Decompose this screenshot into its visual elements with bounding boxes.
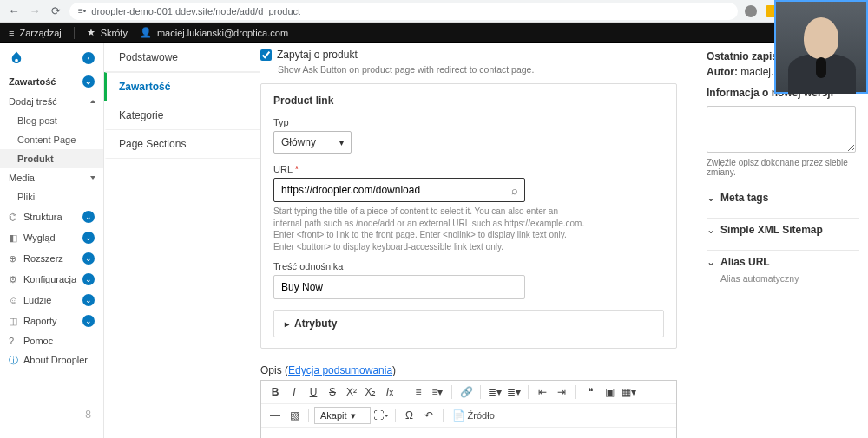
sidebar-item-extend[interactable]: ⊕Rozszerz⌄ <box>0 248 103 269</box>
sidebar-item-files[interactable]: Pliki <box>0 187 103 206</box>
format-value: Akapit <box>320 410 347 421</box>
editor-toolbar-row-1: B I U S X² X₂ Ix ≡ ≡▾ 🔗 ≣▾ ≣ <box>261 381 676 404</box>
underline-button[interactable]: U <box>305 383 322 401</box>
superscript-button[interactable]: X² <box>343 383 360 401</box>
image-button[interactable]: ▣ <box>601 383 618 401</box>
config-label: Konfiguracja <box>23 274 77 284</box>
toolbar-sep <box>443 409 444 422</box>
revision-textarea[interactable] <box>707 106 856 153</box>
vtab-content[interactable]: Zawartość <box>104 72 260 101</box>
special-char-button[interactable]: Ω <box>401 407 418 424</box>
forward-button[interactable]: → <box>28 4 42 18</box>
sidebar-item-content-page[interactable]: Content Page <box>0 130 103 149</box>
chevron-right-icon: ▸ <box>285 319 289 329</box>
italic-button[interactable]: I <box>286 383 303 401</box>
sidebar-item-product[interactable]: Produkt <box>0 149 103 168</box>
link-button[interactable]: 🔗 <box>457 383 475 401</box>
sidebar-item-help[interactable]: ?Pomoc <box>0 331 103 350</box>
config-icon: ⚙ <box>9 275 18 284</box>
alias-accordion[interactable]: ⌄ Alias URL <box>707 250 859 273</box>
admin-toolbar: ≡ Zarządzaj ★ Skróty 👤 maciej.lukianski@… <box>0 23 868 43</box>
outdent-button[interactable]: ⇤ <box>534 383 551 401</box>
back-button[interactable]: ← <box>7 4 21 18</box>
chevron-down-icon: ⌄ <box>707 256 715 268</box>
sidebar-item-media[interactable]: Media <box>0 168 103 187</box>
number-list-button[interactable]: ≣▾ <box>505 383 523 401</box>
collapse-icon[interactable]: ‹ <box>82 52 95 64</box>
type-select[interactable]: Główny ▾ <box>273 131 352 154</box>
indent-button[interactable]: ⇥ <box>553 383 570 401</box>
about-label: About Droopler <box>23 355 88 365</box>
blockquote-button[interactable]: ❝ <box>582 383 599 401</box>
chevron-icon: ⌄ <box>82 232 95 244</box>
vertical-tabs: Podstawowe Zawartość Kategorie Page Sect… <box>104 43 260 438</box>
shortcuts-toggle[interactable]: ★ Skróty <box>87 27 128 38</box>
sidebar-item-reports[interactable]: ◫Raporty⌄ <box>0 311 103 331</box>
toolbar-sep <box>395 409 396 422</box>
user-icon: 👤 <box>140 27 152 38</box>
edit-summary-link[interactable]: Edycja podsumowania <box>288 364 392 376</box>
caret-right-icon <box>90 176 95 180</box>
type-value: Główny <box>281 136 316 148</box>
sidebar-item-config[interactable]: ⚙Konfiguracja⌄ <box>0 269 103 290</box>
toolbar-sep <box>308 409 309 422</box>
reports-label: Raporty <box>23 316 77 326</box>
chevron-down-icon: ▾ <box>351 410 356 422</box>
sidebar-item-about[interactable]: ⓘAbout Droopler <box>0 350 103 369</box>
media-button[interactable]: ▧ <box>286 407 303 424</box>
sidebar-item-add-content[interactable]: Dodaj treść <box>0 92 103 111</box>
toolbar-sep <box>74 27 75 39</box>
revision-hint: Zwięźle opisz dokonane przez siebie zmia… <box>707 158 859 177</box>
sidebar-item-content[interactable]: Zawartość ⌄ <box>0 71 103 92</box>
strike-button[interactable]: S <box>324 383 341 401</box>
help-icon: ? <box>9 337 18 346</box>
site-info-icon[interactable]: ≡• <box>78 6 86 16</box>
manage-toggle[interactable]: ≡ Zarządzaj <box>9 28 62 38</box>
url-bar[interactable]: ≡• droopler-demo-001.ddev.site/node/add/… <box>69 3 738 20</box>
align-left-button[interactable]: ≡ <box>410 383 427 401</box>
source-label: Źródło <box>468 410 495 421</box>
bold-button[interactable]: B <box>266 383 284 401</box>
format-select[interactable]: Akapit ▾ <box>314 407 371 424</box>
url-hint: Start typing the title of a piece of con… <box>273 206 586 252</box>
info-icon: ⓘ <box>9 356 18 365</box>
link-text-input[interactable] <box>273 275 525 299</box>
clear-format-button[interactable]: Ix <box>381 383 398 401</box>
sitemap-accordion[interactable]: ⌄ Simple XML Sitemap <box>707 218 859 241</box>
reload-button[interactable]: ⟳ <box>49 4 62 18</box>
ask-about-product-checkbox[interactable] <box>260 49 272 61</box>
table-button[interactable]: ▦▾ <box>620 383 637 401</box>
chevron-icon: ⌄ <box>82 252 95 265</box>
align-dropdown[interactable]: ≡▾ <box>429 383 446 401</box>
ask-about-product-hint: Show Ask Button on product page with red… <box>278 64 677 75</box>
chevron-icon: ⌄ <box>82 315 95 327</box>
drupal-icon[interactable] <box>9 50 24 66</box>
admin-sidebar: ‹ Zawartość ⌄ Dodaj treść Blog post Cont… <box>0 43 104 438</box>
sidebar-item-people[interactable]: ☺Ludzie⌄ <box>0 290 103 311</box>
vtab-sections[interactable]: Page Sections <box>104 130 260 159</box>
ask-about-product-label: Zapytaj o produkt <box>277 49 358 61</box>
people-label: Ludzie <box>23 295 77 305</box>
fullscreen-button[interactable]: ⛶▾ <box>372 407 390 424</box>
user-menu[interactable]: 👤 maciej.lukianski@droptica.com <box>140 27 288 38</box>
link-text-label: Treść odnośnika <box>273 261 664 271</box>
vtab-basic[interactable]: Podstawowe <box>104 43 260 72</box>
sidebar-item-blog-post[interactable]: Blog post <box>0 111 103 130</box>
url-input[interactable] <box>273 178 525 202</box>
undo-button[interactable]: ↶ <box>420 407 437 424</box>
attributes-accordion[interactable]: ▸ Atrybuty <box>273 310 664 337</box>
sidebar-item-structure[interactable]: ⌬Struktura⌄ <box>0 206 103 227</box>
editor-body[interactable] <box>261 428 676 438</box>
bullet-list-button[interactable]: ≣▾ <box>486 383 503 401</box>
source-button[interactable]: 📄Źródło <box>449 407 498 424</box>
sidebar-add-label: Dodaj treść <box>9 96 57 107</box>
subscript-button[interactable]: X₂ <box>362 383 379 401</box>
sidebar-item-appearance[interactable]: ◧Wygląd⌄ <box>0 227 103 248</box>
hr-button[interactable]: — <box>266 407 284 424</box>
meta-tags-accordion[interactable]: ⌄ Meta tags <box>707 186 859 209</box>
attributes-label: Atrybuty <box>294 317 337 330</box>
vtab-categories[interactable]: Kategorie <box>104 101 260 130</box>
editor-toolbar-row-2: — ▧ Akapit ▾ ⛶▾ Ω ↶ 📄Źródło <box>261 404 676 428</box>
hamburger-icon: ≡ <box>9 28 14 38</box>
ext-icon-1[interactable] <box>745 5 757 17</box>
